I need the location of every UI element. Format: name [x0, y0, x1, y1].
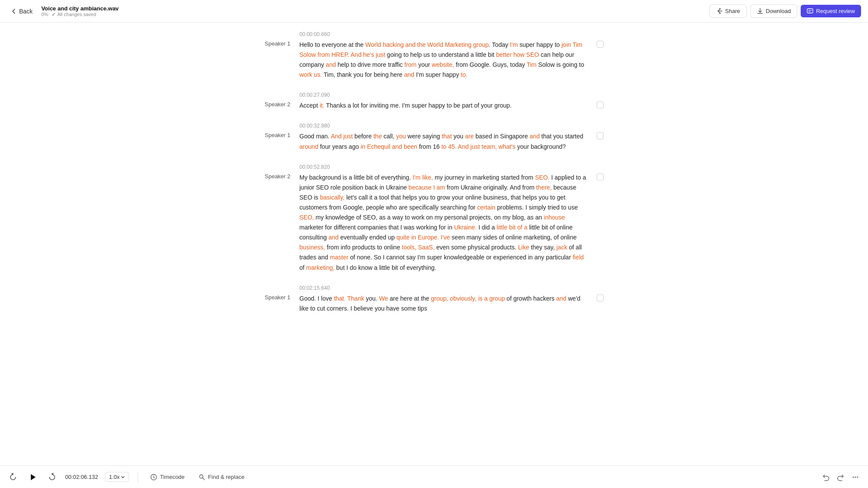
highlighted-word: And just	[331, 133, 353, 140]
highlighted-word: SEO,	[300, 214, 314, 221]
save-status-text: All changes saved	[57, 12, 96, 17]
highlighted-word: Tim	[527, 61, 537, 68]
highlighted-word: tools, SaaS,	[402, 244, 435, 251]
skip-forward-button[interactable]	[46, 471, 58, 483]
highlighted-word: because I am	[409, 184, 445, 191]
segment-checkbox[interactable]	[597, 41, 604, 48]
highlighted-word: are	[465, 133, 474, 140]
highlighted-word: basically,	[320, 194, 345, 201]
highlighted-word: that	[442, 133, 452, 140]
highlighted-word: to 45. And just team, what's	[441, 143, 515, 150]
find-replace-label: Find & replace	[208, 474, 244, 480]
timecode-button[interactable]: Timecode	[147, 472, 188, 482]
highlighted-word: from	[404, 61, 416, 68]
timecode-label: Timecode	[160, 474, 185, 480]
segment-text[interactable]: My background is a little bit of everyth…	[300, 173, 590, 273]
highlighted-word: and	[328, 234, 338, 241]
request-review-button[interactable]: Request review	[801, 5, 861, 17]
segment-checkbox[interactable]	[597, 132, 604, 139]
highlighted-word: little bit of a	[497, 224, 528, 231]
review-icon	[807, 8, 813, 14]
undo-icon	[822, 473, 830, 481]
skip-forward-icon	[48, 473, 56, 481]
download-label: Download	[766, 8, 791, 14]
transcript-scroll[interactable]: 00:00:00.660Speaker 1Hello to everyone a…	[0, 23, 868, 465]
segment-timestamp: 00:00:27.090	[300, 92, 604, 98]
download-button[interactable]: Download	[750, 4, 798, 18]
skip-back-button[interactable]	[7, 471, 19, 483]
svg-point-3	[200, 475, 203, 478]
highlighted-word: around	[300, 143, 319, 150]
segment-text[interactable]: Hello to everyone at the World hacking a…	[300, 40, 590, 80]
segment-checkbox[interactable]	[597, 295, 604, 301]
highlighted-word: master	[330, 254, 349, 261]
speaker-label: Speaker 2	[265, 173, 293, 273]
transcript-inner: 00:00:00.660Speaker 1Hello to everyone a…	[239, 31, 630, 314]
find-replace-button[interactable]: Find & replace	[195, 472, 248, 482]
speed-value: 1.0x	[109, 474, 120, 480]
undo-button[interactable]	[820, 472, 832, 483]
speed-button[interactable]: 1.0x	[105, 472, 129, 482]
speaker-label: Speaker 1	[265, 294, 293, 314]
skip-back-icon	[9, 473, 17, 481]
highlighted-word: the	[373, 133, 382, 140]
segment-body: Speaker 1Hello to everyone at the World …	[265, 40, 604, 80]
segment-body: Speaker 2Accept it. Thanks a lot for inv…	[265, 101, 604, 111]
play-button[interactable]	[26, 471, 39, 484]
transcript-segment: 00:00:32.980Speaker 1Good man. And just …	[265, 123, 604, 151]
download-icon	[757, 8, 763, 14]
svg-marker-1	[31, 474, 36, 480]
more-options-button[interactable]	[850, 472, 861, 483]
highlighted-word: Ukraine.	[454, 224, 477, 231]
highlighted-word: and	[326, 61, 336, 68]
redo-icon	[837, 473, 845, 481]
segment-text[interactable]: Accept it. Thanks a lot for inviting me.…	[300, 101, 590, 111]
back-label: Back	[19, 8, 33, 15]
back-button[interactable]: Back	[7, 6, 36, 16]
transcript-segment: 00:02:15.640Speaker 1Good. I love that. …	[265, 285, 604, 314]
share-label: Share	[725, 8, 740, 14]
request-review-label: Request review	[816, 8, 855, 14]
main-content: 00:00:00.660Speaker 1Hello to everyone a…	[0, 23, 868, 465]
chevron-down-icon	[121, 475, 125, 479]
highlighted-word: SEO.	[535, 174, 549, 181]
save-status: ✓ All changes saved	[52, 12, 96, 17]
highlighted-word: jack	[557, 244, 568, 251]
highlighted-word: that. Thank	[334, 295, 364, 302]
highlighted-word: and	[556, 295, 566, 302]
segment-checkbox[interactable]	[597, 102, 604, 108]
find-icon	[198, 474, 205, 481]
segment-body: Speaker 2My background is a little bit o…	[265, 173, 604, 273]
share-button[interactable]: Share	[710, 4, 747, 18]
header-left: Back Voice and city ambiance.wav 0% ✓ Al…	[7, 5, 119, 17]
segment-timestamp: 00:00:00.660	[300, 31, 604, 37]
highlighted-word: I'm	[510, 41, 518, 48]
player-divider	[138, 472, 138, 482]
svg-point-4	[853, 476, 854, 478]
svg-rect-0	[807, 9, 813, 13]
highlighted-word: work us.	[300, 71, 322, 78]
segment-checkbox[interactable]	[597, 174, 604, 180]
highlighted-word: you	[396, 133, 406, 140]
highlighted-word: in Echequil and been	[360, 143, 417, 150]
highlighted-word: We	[379, 295, 388, 302]
highlighted-word: field	[573, 254, 584, 261]
highlighted-word: website,	[432, 61, 454, 68]
highlighted-word: and	[404, 71, 414, 78]
redo-button[interactable]	[835, 472, 846, 483]
segment-text[interactable]: Good man. And just before the call, you …	[300, 131, 590, 151]
transcript-segment: 00:00:27.090Speaker 2Accept it. Thanks a…	[265, 92, 604, 111]
highlighted-word: I'm like,	[413, 174, 433, 181]
segment-timestamp: 00:00:52.820	[300, 164, 604, 170]
highlighted-word: marketing,	[306, 264, 334, 271]
highlighted-word: better how SEO	[496, 51, 539, 58]
highlighted-word: certain	[477, 204, 495, 211]
transcript-segment: 00:00:52.820Speaker 2My background is a …	[265, 164, 604, 273]
player-end-buttons	[820, 472, 861, 483]
highlighted-word: group, obviously, is a group	[431, 295, 505, 302]
segment-text[interactable]: Good. I love that. Thank you. We are her…	[300, 294, 590, 314]
segment-timestamp: 00:00:32.980	[300, 123, 604, 129]
highlighted-word: business,	[300, 244, 325, 251]
play-icon	[28, 472, 37, 482]
check-icon: ✓	[52, 12, 56, 17]
